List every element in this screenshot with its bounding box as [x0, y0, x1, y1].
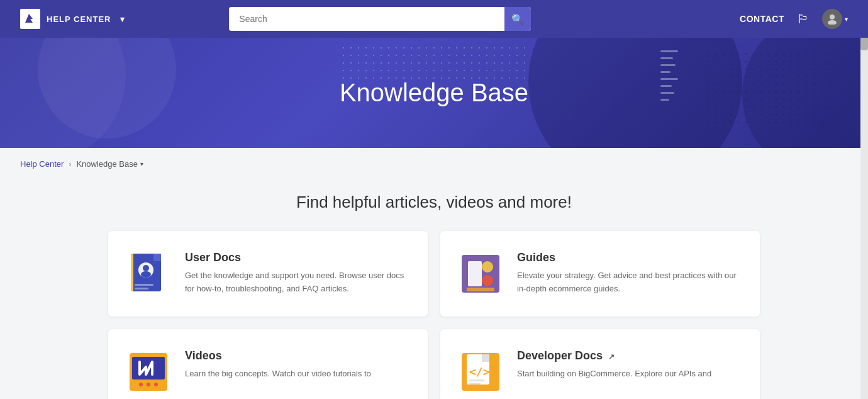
- guides-icon: [458, 251, 503, 296]
- search-icon: 🔍: [511, 13, 524, 25]
- breadcrumb: Help Center › Knowledge Base ▾: [0, 148, 868, 180]
- developer-docs-title: Developer Docs ↗: [517, 349, 711, 362]
- hero-title: Knowledge Base: [340, 79, 528, 107]
- breadcrumb-current[interactable]: Knowledge Base ▾: [76, 159, 143, 169]
- cards-grid: User Docs Get the knowledge and support …: [108, 231, 760, 399]
- main-content: Find helpful articles, videos and more!: [88, 180, 780, 399]
- developer-docs-text: Developer Docs ↗ Start building on BigCo…: [517, 349, 711, 381]
- svg-rect-4: [153, 254, 161, 261]
- navbar-right: CONTACT 🏳 ▾: [740, 9, 848, 29]
- search-input[interactable]: [229, 7, 531, 31]
- user-docs-title: User Docs: [185, 251, 410, 264]
- svg-point-6: [143, 265, 149, 271]
- language-flag-icon[interactable]: 🏳: [797, 12, 810, 26]
- user-docs-text: User Docs Get the knowledge and support …: [185, 251, 410, 296]
- hero-dots-right-decoration: [704, 50, 830, 126]
- user-docs-desc: Get the knowledge and support you need. …: [185, 269, 410, 296]
- svg-rect-15: [467, 288, 494, 291]
- breadcrumb-dropdown-icon: ▾: [140, 160, 143, 167]
- hero-lines-decoration: [660, 50, 679, 138]
- page-tagline: Find helpful articles, videos and more!: [108, 193, 760, 212]
- svg-rect-27: [469, 383, 481, 385]
- videos-text: Videos Learn the big concepts. Watch our…: [185, 349, 371, 381]
- svg-point-19: [139, 383, 143, 386]
- help-center-dropdown-icon: ▾: [120, 14, 125, 24]
- svg-point-21: [154, 383, 158, 386]
- navbar: HELP CENTER ▾ 🔍 CONTACT 🏳 ▾: [0, 0, 868, 38]
- guides-desc: Elevate your strategy. Get advice and be…: [517, 269, 742, 296]
- svg-rect-8: [135, 284, 153, 286]
- avatar-dropdown-icon: ▾: [845, 16, 848, 23]
- svg-rect-12: [468, 261, 482, 286]
- svg-point-2: [828, 20, 837, 25]
- svg-rect-10: [131, 254, 133, 291]
- hero-dots-decoration: [340, 44, 528, 82]
- svg-point-20: [147, 383, 150, 386]
- search-button[interactable]: 🔍: [504, 7, 531, 31]
- videos-desc: Learn the big concepts. Watch our video …: [185, 368, 371, 381]
- svg-point-7: [141, 271, 151, 278]
- svg-point-1: [830, 14, 835, 20]
- breadcrumb-current-label: Knowledge Base: [76, 159, 138, 169]
- developer-docs-icon: </>: [458, 349, 503, 395]
- guides-title: Guides: [517, 251, 742, 264]
- guides-card[interactable]: Guides Elevate your strategy. Get advice…: [440, 231, 760, 317]
- svg-rect-24: [482, 354, 489, 362]
- avatar: [822, 9, 842, 29]
- bigcommerce-logo-icon: [20, 9, 40, 29]
- svg-rect-13: [482, 261, 493, 273]
- videos-card[interactable]: Videos Learn the big concepts. Watch our…: [108, 329, 428, 399]
- hero-banner: Knowledge Base: [0, 38, 868, 148]
- videos-title: Videos: [185, 349, 371, 362]
- external-link-icon: ↗: [608, 352, 615, 361]
- logo[interactable]: HELP CENTER ▾: [20, 9, 125, 29]
- svg-rect-14: [482, 275, 493, 286]
- user-docs-card[interactable]: User Docs Get the knowledge and support …: [108, 231, 428, 317]
- contact-link[interactable]: CONTACT: [740, 14, 784, 24]
- user-docs-icon: [126, 251, 171, 296]
- user-menu[interactable]: ▾: [822, 9, 848, 29]
- user-icon: [826, 13, 838, 25]
- svg-rect-26: [469, 379, 484, 381]
- developer-docs-desc: Start building on BigCommerce. Explore o…: [517, 368, 711, 381]
- help-center-label: HELP CENTER: [47, 14, 111, 24]
- videos-icon: [126, 349, 171, 395]
- breadcrumb-home-link[interactable]: Help Center: [20, 159, 64, 169]
- search-bar: 🔍: [229, 7, 531, 31]
- svg-text:</>: </>: [469, 365, 490, 378]
- developer-docs-card[interactable]: </> Developer Docs ↗ Start building on B…: [440, 329, 760, 399]
- svg-rect-9: [135, 288, 148, 289]
- breadcrumb-separator: ›: [69, 160, 71, 169]
- scrollbar[interactable]: [860, 0, 868, 399]
- guides-text: Guides Elevate your strategy. Get advice…: [517, 251, 742, 296]
